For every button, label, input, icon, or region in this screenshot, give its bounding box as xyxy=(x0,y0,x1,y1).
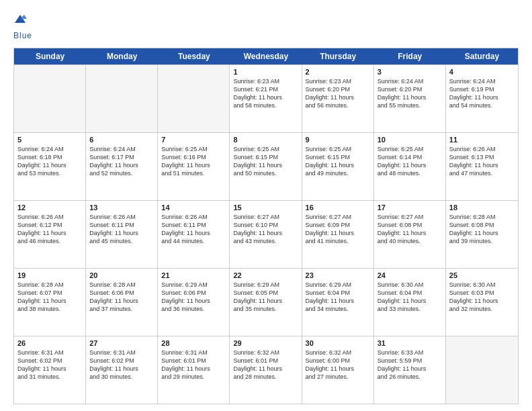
day-number: 5 xyxy=(17,136,82,144)
calendar-cell: 3Sunrise: 6:24 AMSunset: 6:20 PMDaylight… xyxy=(374,65,446,132)
day-number: 14 xyxy=(161,203,226,212)
calendar-cell: 15Sunrise: 6:27 AMSunset: 6:10 PMDayligh… xyxy=(230,201,302,268)
calendar-cell xyxy=(14,65,86,132)
calendar-cell xyxy=(158,65,230,132)
calendar-cell: 8Sunrise: 6:25 AMSunset: 6:15 PMDaylight… xyxy=(230,133,302,200)
day-number: 22 xyxy=(233,271,298,279)
calendar-cell: 19Sunrise: 6:28 AMSunset: 6:07 PMDayligh… xyxy=(14,269,86,336)
cell-info: Sunrise: 6:24 AMSunset: 6:18 PMDaylight:… xyxy=(17,145,82,178)
day-number: 4 xyxy=(449,68,515,76)
calendar-cell: 25Sunrise: 6:30 AMSunset: 6:03 PMDayligh… xyxy=(446,269,518,336)
calendar-cell: 31Sunrise: 6:33 AMSunset: 5:59 PMDayligh… xyxy=(374,336,446,404)
calendar-row: 19Sunrise: 6:28 AMSunset: 6:07 PMDayligh… xyxy=(14,268,518,336)
day-number: 9 xyxy=(306,136,370,144)
calendar-body: 1Sunrise: 6:23 AMSunset: 6:21 PMDaylight… xyxy=(14,64,518,404)
calendar-cell: 2Sunrise: 6:23 AMSunset: 6:20 PMDaylight… xyxy=(302,65,374,132)
cell-info: Sunrise: 6:26 AMSunset: 6:13 PMDaylight:… xyxy=(449,145,515,178)
cell-info: Sunrise: 6:32 AMSunset: 6:00 PMDaylight:… xyxy=(306,349,370,381)
day-number: 29 xyxy=(233,339,298,347)
cell-info: Sunrise: 6:29 AMSunset: 6:04 PMDaylight:… xyxy=(306,281,370,314)
calendar-cell: 9Sunrise: 6:25 AMSunset: 6:15 PMDaylight… xyxy=(302,133,374,200)
weekday-header: Sunday xyxy=(14,48,86,64)
cell-info: Sunrise: 6:27 AMSunset: 6:09 PMDaylight:… xyxy=(306,213,370,246)
weekday-header: Saturday xyxy=(446,48,518,64)
day-number: 7 xyxy=(161,136,226,144)
weekday-header: Monday xyxy=(86,48,158,64)
calendar-cell: 4Sunrise: 6:24 AMSunset: 6:19 PMDaylight… xyxy=(446,65,518,132)
calendar-cell: 1Sunrise: 6:23 AMSunset: 6:21 PMDaylight… xyxy=(230,65,302,132)
calendar-cell: 29Sunrise: 6:32 AMSunset: 6:01 PMDayligh… xyxy=(230,336,302,404)
day-number: 10 xyxy=(378,136,442,144)
cell-info: Sunrise: 6:28 AMSunset: 6:06 PMDaylight:… xyxy=(89,281,154,314)
calendar-row: 5Sunrise: 6:24 AMSunset: 6:18 PMDaylight… xyxy=(14,132,518,200)
day-number: 8 xyxy=(233,136,298,144)
calendar-header: SundayMondayTuesdayWednesdayThursdayFrid… xyxy=(14,48,518,64)
day-number: 24 xyxy=(378,271,442,279)
calendar-cell xyxy=(86,65,158,132)
cell-info: Sunrise: 6:27 AMSunset: 6:08 PMDaylight:… xyxy=(378,213,442,246)
calendar-row: 26Sunrise: 6:31 AMSunset: 6:02 PMDayligh… xyxy=(14,336,518,404)
day-number: 31 xyxy=(378,339,442,347)
day-number: 20 xyxy=(89,271,154,279)
cell-info: Sunrise: 6:25 AMSunset: 6:14 PMDaylight:… xyxy=(378,145,442,178)
calendar-cell: 7Sunrise: 6:25 AMSunset: 6:16 PMDaylight… xyxy=(158,133,230,200)
calendar-cell: 11Sunrise: 6:26 AMSunset: 6:13 PMDayligh… xyxy=(446,133,518,200)
header: Blue xyxy=(13,11,519,41)
day-number: 12 xyxy=(17,203,82,212)
day-number: 21 xyxy=(161,271,226,279)
calendar-cell: 24Sunrise: 6:30 AMSunset: 6:04 PMDayligh… xyxy=(374,269,446,336)
cell-info: Sunrise: 6:24 AMSunset: 6:19 PMDaylight:… xyxy=(449,77,515,110)
cell-info: Sunrise: 6:29 AMSunset: 6:06 PMDaylight:… xyxy=(161,281,226,314)
day-number: 16 xyxy=(306,203,370,212)
cell-info: Sunrise: 6:24 AMSunset: 6:20 PMDaylight:… xyxy=(378,77,442,110)
cell-info: Sunrise: 6:31 AMSunset: 6:02 PMDaylight:… xyxy=(17,349,82,381)
day-number: 18 xyxy=(449,203,515,212)
day-number: 3 xyxy=(378,68,442,76)
calendar-cell: 6Sunrise: 6:24 AMSunset: 6:17 PMDaylight… xyxy=(86,133,158,200)
cell-info: Sunrise: 6:26 AMSunset: 6:11 PMDaylight:… xyxy=(161,213,226,246)
day-number: 26 xyxy=(17,339,82,347)
page: Blue SundayMondayTuesdayWednesdayThursda… xyxy=(0,0,532,411)
calendar-cell: 23Sunrise: 6:29 AMSunset: 6:04 PMDayligh… xyxy=(302,269,374,336)
cell-info: Sunrise: 6:30 AMSunset: 6:03 PMDaylight:… xyxy=(449,281,515,314)
cell-info: Sunrise: 6:28 AMSunset: 6:08 PMDaylight:… xyxy=(449,213,515,246)
calendar-cell: 17Sunrise: 6:27 AMSunset: 6:08 PMDayligh… xyxy=(374,201,446,268)
calendar-cell: 21Sunrise: 6:29 AMSunset: 6:06 PMDayligh… xyxy=(158,269,230,336)
weekday-header: Friday xyxy=(374,48,446,64)
calendar-cell: 5Sunrise: 6:24 AMSunset: 6:18 PMDaylight… xyxy=(14,133,86,200)
cell-info: Sunrise: 6:25 AMSunset: 6:15 PMDaylight:… xyxy=(233,145,298,178)
calendar-cell: 20Sunrise: 6:28 AMSunset: 6:06 PMDayligh… xyxy=(86,269,158,336)
calendar-cell: 28Sunrise: 6:31 AMSunset: 6:01 PMDayligh… xyxy=(158,336,230,404)
calendar-cell: 30Sunrise: 6:32 AMSunset: 6:00 PMDayligh… xyxy=(302,336,374,404)
cell-info: Sunrise: 6:23 AMSunset: 6:20 PMDaylight:… xyxy=(306,77,370,110)
calendar-cell: 18Sunrise: 6:28 AMSunset: 6:08 PMDayligh… xyxy=(446,201,518,268)
calendar-cell: 16Sunrise: 6:27 AMSunset: 6:09 PMDayligh… xyxy=(302,201,374,268)
day-number: 13 xyxy=(89,203,154,212)
cell-info: Sunrise: 6:23 AMSunset: 6:21 PMDaylight:… xyxy=(233,77,298,110)
calendar-cell: 14Sunrise: 6:26 AMSunset: 6:11 PMDayligh… xyxy=(158,201,230,268)
calendar-cell: 27Sunrise: 6:31 AMSunset: 6:02 PMDayligh… xyxy=(86,336,158,404)
calendar-cell xyxy=(446,336,518,404)
cell-info: Sunrise: 6:29 AMSunset: 6:05 PMDaylight:… xyxy=(233,281,298,314)
calendar-row: 12Sunrise: 6:26 AMSunset: 6:12 PMDayligh… xyxy=(14,200,518,268)
calendar-cell: 12Sunrise: 6:26 AMSunset: 6:12 PMDayligh… xyxy=(14,201,86,268)
weekday-header: Wednesday xyxy=(230,48,302,64)
day-number: 11 xyxy=(449,136,515,144)
day-number: 23 xyxy=(306,271,370,279)
day-number: 1 xyxy=(233,68,298,76)
calendar-cell: 26Sunrise: 6:31 AMSunset: 6:02 PMDayligh… xyxy=(14,336,86,404)
cell-info: Sunrise: 6:28 AMSunset: 6:07 PMDaylight:… xyxy=(17,281,82,314)
day-number: 27 xyxy=(89,339,154,347)
cell-info: Sunrise: 6:26 AMSunset: 6:11 PMDaylight:… xyxy=(89,213,154,246)
cell-info: Sunrise: 6:31 AMSunset: 6:01 PMDaylight:… xyxy=(161,349,226,381)
cell-info: Sunrise: 6:33 AMSunset: 5:59 PMDaylight:… xyxy=(378,349,442,381)
cell-info: Sunrise: 6:26 AMSunset: 6:12 PMDaylight:… xyxy=(17,213,82,246)
weekday-header: Thursday xyxy=(302,48,374,64)
day-number: 30 xyxy=(306,339,370,347)
calendar-cell: 22Sunrise: 6:29 AMSunset: 6:05 PMDayligh… xyxy=(230,269,302,336)
calendar-cell: 10Sunrise: 6:25 AMSunset: 6:14 PMDayligh… xyxy=(374,133,446,200)
cell-info: Sunrise: 6:25 AMSunset: 6:16 PMDaylight:… xyxy=(161,145,226,178)
cell-info: Sunrise: 6:25 AMSunset: 6:15 PMDaylight:… xyxy=(306,145,370,178)
logo: Blue xyxy=(13,13,32,41)
calendar-row: 1Sunrise: 6:23 AMSunset: 6:21 PMDaylight… xyxy=(14,64,518,132)
